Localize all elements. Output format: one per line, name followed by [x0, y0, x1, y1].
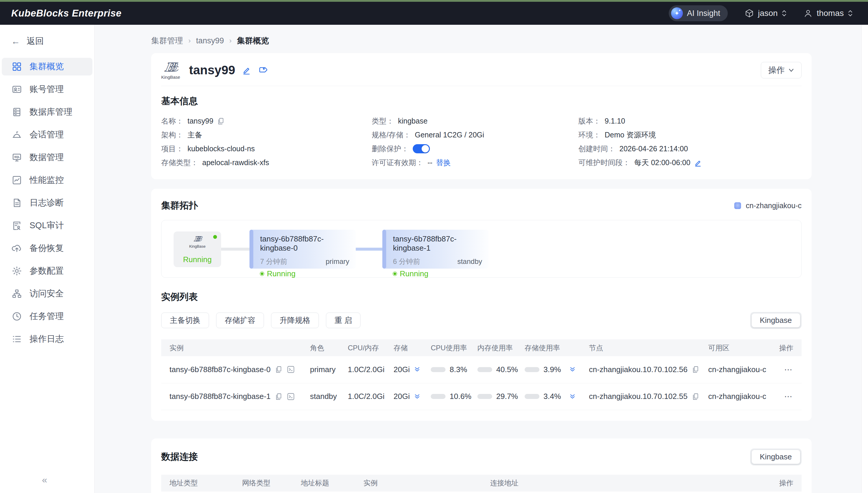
cpu-usage: 10.6%: [431, 392, 471, 401]
license-replace-link[interactable]: 替换: [436, 158, 451, 168]
pod-accent-bar: [249, 230, 253, 269]
field-architecture: 架构： 主备: [161, 130, 372, 140]
instance-role: primary: [307, 356, 345, 383]
sidebar-item-performance-monitoring[interactable]: 性能监控: [2, 171, 93, 189]
status-dot: [393, 272, 397, 276]
pod-age: 6 分钟前: [393, 257, 420, 266]
engine-node[interactable]: BB KingBase Running: [174, 232, 221, 267]
instance-row-0: tansy-6b788fb87c-kingbase-0 primary 1.0C…: [161, 356, 802, 383]
status-dot: [213, 235, 217, 239]
status-dot: [260, 272, 264, 276]
instances-title: 实例列表: [161, 291, 802, 303]
kingbase-logo: BB KingBase: [189, 235, 206, 248]
sidebar: ← 返回 集群概览 账号管理 数据库管理 会话管理 SQL 数据管理 性能监控: [0, 25, 95, 493]
col-address: 连接地址: [487, 475, 753, 492]
instances-table: 实例 角色 CPU/内存 存储 CPU使用率 内存使用率 存储使用率 节点 可用…: [161, 339, 802, 410]
sidebar-item-parameter-config[interactable]: 参数配置: [2, 262, 93, 280]
pod-node-0[interactable]: tansy-6b788fb87c-kingbase-0 7 分钟前 primar…: [249, 230, 356, 269]
topology-connector: [221, 248, 249, 251]
terminal-icon[interactable]: [287, 365, 295, 373]
instance-node: cn-zhangjiakou.10.70.102.55: [589, 392, 688, 401]
field-maintenance-window: 可维护时间段： 每天 02:00-06:00: [578, 158, 802, 168]
instance-name: tansy-6b788fb87c-kingbase-1: [169, 392, 271, 401]
zone-legend-swatch: [734, 202, 741, 209]
connections-card: 数据连接 Kingbase 地址类型 网络类型 地址标题 实例 连接地址 操作: [151, 438, 812, 493]
sidebar-item-access-security[interactable]: 访问安全: [2, 285, 93, 302]
col-ops: 操作: [773, 339, 802, 356]
user-icon: [804, 9, 812, 18]
delete-protection-toggle[interactable]: [413, 144, 430, 153]
sidebar-item-sql-audit[interactable]: SQL审计: [2, 217, 93, 234]
pod-node-1[interactable]: tansy-6b788fb87c-kingbase-1 6 分钟前 standb…: [382, 230, 489, 269]
storage-expand-button[interactable]: 存储扩容: [216, 313, 264, 328]
edit-maintenance-icon[interactable]: [694, 158, 702, 167]
gear-icon: [11, 265, 22, 277]
sidebar-item-database-management[interactable]: 数据库管理: [2, 103, 93, 121]
cluster-actions-button[interactable]: 操作: [761, 62, 802, 79]
sidebar-item-cluster-overview[interactable]: 集群概览: [2, 58, 93, 76]
col-instance: 实例: [161, 339, 307, 356]
double-chevron-down-icon[interactable]: [414, 366, 420, 373]
resize-spec-button[interactable]: 升降规格: [271, 313, 319, 328]
copy-icon[interactable]: [692, 366, 700, 373]
chart-icon: [11, 175, 22, 186]
sidebar-item-operation-log[interactable]: 操作日志: [2, 330, 93, 348]
sidebar-collapse-button[interactable]: «: [42, 474, 47, 485]
copy-icon[interactable]: [275, 366, 283, 373]
engine-tab-kingbase[interactable]: Kingbase: [752, 450, 800, 464]
app-title: KubeBlocks Enterprise: [11, 8, 122, 19]
org-name: jason: [758, 8, 778, 18]
chevron-updown-icon: [782, 10, 787, 17]
copy-icon[interactable]: [692, 393, 700, 401]
double-chevron-down-icon[interactable]: [569, 366, 576, 373]
scrollbar-track[interactable]: [862, 25, 868, 493]
field-version: 版本： 9.1.10: [578, 116, 802, 126]
address-label: Server: [298, 492, 361, 493]
breadcrumb-cluster-management[interactable]: 集群管理: [151, 35, 183, 46]
clock-icon: [11, 311, 22, 322]
sidebar-item-session-management[interactable]: 会话管理: [2, 126, 93, 144]
zone-legend: cn-zhangjiakou-c: [734, 201, 802, 210]
user-menu[interactable]: thomas: [804, 8, 853, 18]
cluster-name: tansy99: [189, 63, 235, 77]
field-project: 项目： kubeblocks-cloud-ns: [161, 144, 372, 154]
tag-icon[interactable]: [258, 65, 267, 75]
mem-usage: 29.7%: [478, 392, 519, 401]
copy-icon[interactable]: [275, 393, 283, 401]
alarm-icon: [11, 129, 22, 141]
topology-instances-card: 集群拓扑 cn-zhangjiakou-c BB KingBase Runnin…: [151, 189, 812, 421]
sidebar-item-log-diagnosis[interactable]: 日志诊断: [2, 194, 93, 212]
topology-canvas: BB KingBase Running tansy-6b788fb87c-kin…: [161, 220, 802, 278]
edit-name-icon[interactable]: [242, 65, 251, 75]
org-switcher[interactable]: jason: [745, 8, 787, 18]
grid-icon: [11, 61, 22, 72]
breadcrumb: 集群管理 › tansy99 › 集群概览: [151, 35, 812, 46]
pod-accent-bar: [382, 230, 386, 269]
col-address-type: 地址类型: [161, 475, 239, 492]
ai-insight-button[interactable]: ✦✦ AI Insight: [669, 5, 728, 21]
field-license: 许可证有效期： -- 替换: [372, 158, 578, 168]
engine-tab-kingbase[interactable]: Kingbase: [752, 314, 800, 327]
double-chevron-down-icon[interactable]: [569, 393, 576, 400]
row-more-button[interactable]: ⋯: [784, 365, 793, 374]
workflow-icon: [11, 288, 22, 299]
main-content: 集群管理 › tansy99 › 集群概览 BB KingBase tansy9…: [95, 25, 862, 493]
sidebar-item-backup-restore[interactable]: 备份恢复: [2, 239, 93, 257]
field-created-at: 创建时间： 2026-04-26 21:14:00: [578, 144, 802, 154]
col-role: 角色: [307, 339, 345, 356]
engine-tab-group: Kingbase: [750, 449, 802, 465]
row-more-button[interactable]: ⋯: [784, 392, 793, 401]
copy-icon[interactable]: [217, 117, 225, 125]
double-chevron-down-icon[interactable]: [414, 393, 420, 400]
sidebar-item-task-management[interactable]: 任务管理: [2, 307, 93, 325]
breadcrumb-cluster-name[interactable]: tansy99: [196, 36, 224, 45]
back-arrow-icon: ←: [11, 36, 20, 46]
restart-button[interactable]: 重 启: [326, 313, 361, 328]
sidebar-item-data-management[interactable]: SQL 数据管理: [2, 149, 93, 166]
switchover-button[interactable]: 主备切换: [161, 313, 209, 328]
sidebar-item-account-management[interactable]: 账号管理: [2, 81, 93, 98]
instance-node: cn-zhangjiakou.10.70.102.56: [589, 365, 688, 374]
instance-row-1: tansy-6b788fb87c-kingbase-1 standby 1.0C…: [161, 383, 802, 410]
terminal-icon[interactable]: [287, 392, 295, 401]
back-button[interactable]: ← 返回: [0, 34, 94, 49]
